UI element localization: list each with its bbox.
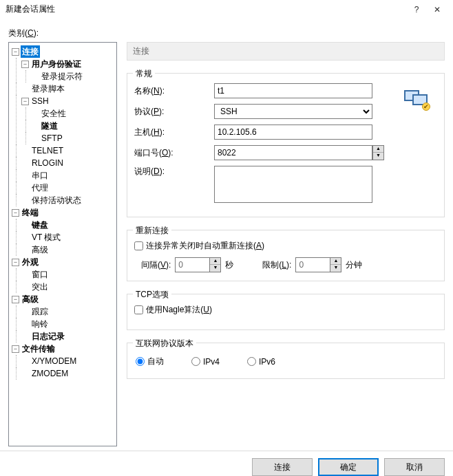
label-name: 名称(N): — [134, 85, 210, 97]
footer: 连接 确定 取消 — [0, 451, 453, 476]
chevron-down-icon: ▼ — [330, 265, 341, 272]
label-port: 端口号(O): — [134, 147, 210, 159]
tree-item-sftp[interactable]: SFTP — [40, 132, 64, 144]
tree-item-proxy[interactable]: 代理 — [30, 182, 50, 194]
tree-item-xymodem[interactable]: X/YMODEM — [30, 355, 78, 367]
tree-item-appearance[interactable]: 外观 — [21, 256, 40, 268]
category-tree[interactable]: −连接 −用户身份验证 登录提示符 登录脚本 −SSH 安全性 隧道 SFTP — [8, 42, 117, 446]
tree-item-serial[interactable]: 串口 — [30, 169, 50, 182]
tree-item-advanced[interactable]: 高级 — [21, 293, 40, 305]
tree-item-window[interactable]: 窗口 — [30, 268, 50, 281]
tree-item-keyboard[interactable]: 键盘 — [30, 219, 50, 231]
unit-seconds: 秒 — [225, 259, 233, 271]
legend-reconnect: 重新连接 — [133, 225, 171, 237]
legend-general: 常规 — [133, 68, 155, 80]
legend-ipver: 互联网协议版本 — [133, 338, 196, 349]
connection-icon: ✔ — [404, 87, 429, 109]
tree-item-telnet[interactable]: TELNET — [30, 144, 65, 157]
chevron-up-icon[interactable]: ▲ — [373, 146, 383, 153]
tree-item-vt[interactable]: VT 模式 — [30, 231, 62, 244]
tree-item-filetransfer[interactable]: 文件传输 — [21, 343, 56, 355]
window-title: 新建会话属性 — [6, 3, 406, 15]
label-desc: 说明(D): — [134, 166, 210, 177]
chevron-up-icon: ▲ — [210, 258, 220, 265]
limit-stepper: ▲▼ — [295, 257, 341, 272]
connect-button[interactable]: 连接 — [252, 458, 313, 476]
tree-item-keepalive[interactable]: 保持活动状态 — [30, 194, 83, 206]
tree-item-highlight[interactable]: 突出 — [30, 281, 50, 293]
radio-auto[interactable]: 自动 — [136, 356, 164, 367]
chevron-up-icon: ▲ — [330, 258, 341, 265]
tree-item-terminal[interactable]: 终端 — [21, 206, 40, 219]
expand-icon[interactable]: − — [12, 209, 19, 217]
tree-item-zmodem[interactable]: ZMODEM — [30, 367, 70, 380]
tree-item-adv-terminal[interactable]: 高级 — [30, 244, 50, 256]
radio-ipv4[interactable]: IPv4 — [191, 356, 220, 367]
tree-item-tunnel[interactable]: 隧道 — [40, 120, 59, 132]
interval-input — [175, 257, 209, 272]
expand-icon[interactable]: − — [12, 345, 19, 353]
radio-ipv6[interactable]: IPv6 — [247, 356, 275, 367]
titlebar: 新建会话属性 ? ✕ — [0, 0, 453, 19]
tree-item-bell[interactable]: 响铃 — [30, 318, 50, 330]
ok-button[interactable]: 确定 — [318, 458, 379, 476]
chevron-down-icon: ▼ — [210, 265, 220, 272]
unit-minutes: 分钟 — [346, 259, 362, 271]
content-panel: 连接 常规 名称(N): 协议(P):SSH 主机(H): 端口号(O): ▲▼… — [117, 42, 445, 446]
expand-icon[interactable]: − — [12, 48, 19, 56]
chevron-down-icon[interactable]: ▼ — [373, 153, 383, 160]
name-input[interactable] — [214, 83, 372, 98]
label-nagle: 使用Nagle算法(U) — [146, 304, 212, 316]
tree-item-logging[interactable]: 日志记录 — [30, 330, 66, 343]
interval-stepper: ▲▼ — [175, 257, 221, 272]
tree-item-rlogin[interactable]: RLOGIN — [30, 157, 65, 169]
expand-icon[interactable]: − — [21, 98, 29, 105]
label-host: 主机(H): — [134, 127, 210, 138]
limit-input — [295, 257, 330, 272]
group-reconnect: 重新连接 连接异常关闭时自动重新连接(A) 间隔(V): ▲▼ 秒 限制(L):… — [127, 230, 445, 281]
legend-tcp: TCP选项 — [133, 289, 171, 301]
category-label: 类别(C): — [8, 28, 445, 39]
group-general: 常规 名称(N): 协议(P):SSH 主机(H): 端口号(O): ▲▼ 说明… — [127, 73, 445, 217]
expand-icon[interactable]: − — [12, 296, 19, 303]
cancel-button[interactable]: 取消 — [384, 458, 445, 476]
nagle-checkbox[interactable] — [134, 305, 143, 314]
port-input[interactable] — [214, 145, 372, 160]
label-auto-reconnect: 连接异常关闭时自动重新连接(A) — [146, 240, 264, 252]
tree-item-security[interactable]: 安全性 — [40, 107, 67, 120]
protocol-select[interactable]: SSH — [214, 104, 372, 119]
group-ipversion: 互联网协议版本 自动 IPv4 IPv6 — [127, 343, 445, 379]
expand-icon[interactable]: − — [12, 259, 19, 266]
close-icon[interactable]: ✕ — [427, 5, 447, 14]
auto-reconnect-checkbox[interactable] — [134, 241, 143, 250]
tree-item-auth[interactable]: 用户身份验证 — [30, 58, 83, 70]
label-limit: 限制(L): — [262, 259, 291, 271]
tree-item-login-prompt[interactable]: 登录提示符 — [40, 70, 84, 83]
desc-textarea[interactable] — [214, 166, 372, 203]
tree-item-ssh[interactable]: SSH — [30, 95, 50, 107]
label-interval: 间隔(V): — [141, 259, 171, 271]
label-protocol: 协议(P): — [134, 106, 210, 118]
tree-item-trace[interactable]: 跟踪 — [30, 305, 50, 318]
help-icon[interactable]: ? — [406, 5, 427, 14]
tree-item-connection[interactable]: 连接 — [21, 45, 40, 58]
expand-icon[interactable]: − — [21, 61, 29, 68]
host-input[interactable] — [214, 125, 372, 140]
panel-heading: 连接 — [127, 42, 445, 61]
tree-item-login-script[interactable]: 登录脚本 — [30, 83, 66, 95]
group-tcp: TCP选项 使用Nagle算法(U) — [127, 294, 445, 330]
port-stepper[interactable]: ▲▼ — [214, 145, 384, 160]
